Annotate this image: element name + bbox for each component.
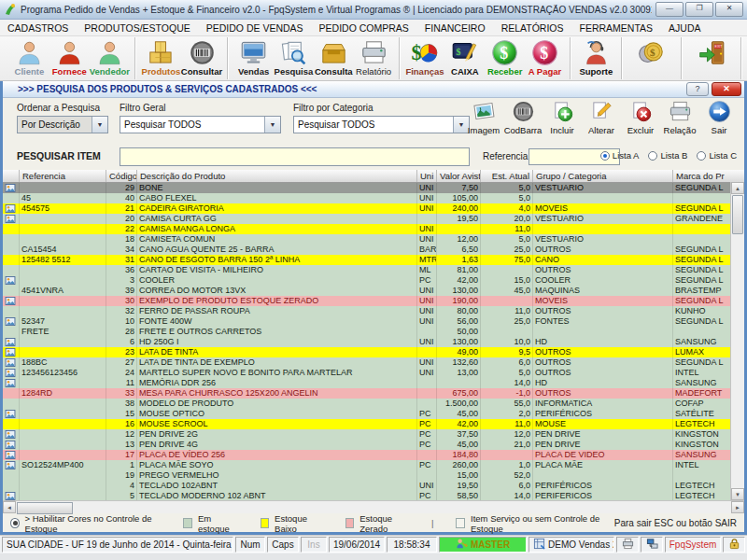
table-row-pen-drive-4g[interactable]: 13PEN DRIVE 4GPC45,0021,0PEN DRIVEKINGST…: [3, 440, 744, 450]
search-item-input[interactable]: [120, 147, 470, 166]
table-row-hd-250g-i[interactable]: 6HD 250G IUNI130,0010,0HDSANSUNG: [3, 337, 744, 347]
vertical-scroll-thumb[interactable]: [732, 195, 743, 234]
toolbar-button-vendas[interactable]: Vendas: [233, 36, 274, 80]
table-row-fonte-400w[interactable]: 5234710FONTE 400WUNI56,0025,0FONTESSEGUN…: [3, 316, 744, 327]
codbarra-button[interactable]: CodBarra: [503, 100, 543, 135]
table-row-mesa-para-churrasco-125x200-angelin[interactable]: 1284RD33MESA PARA CHURRASCO 125X200 ANGE…: [3, 388, 744, 399]
table-row-correa-do-motor-13vx[interactable]: 4541VNRA39CORREA DO MOTOR 13VXUNI130,004…: [3, 286, 744, 296]
minimize-button[interactable]: —: [655, 2, 684, 17]
table-row-lata-de-tinta-de-exemplo[interactable]: 188BC27LATA DE TINTA DE EXEMPLOUNI132,60…: [3, 357, 744, 368]
table-row-cano-agua-quente-25-barra[interactable]: CA1545434CANO AGUA QUENTE 25 - BARRABAR6…: [3, 245, 744, 255]
column-header-grupo-categoria[interactable]: Grupo / Categoria: [533, 170, 673, 182]
alterar-button[interactable]: Alterar: [582, 100, 621, 135]
table-row-cabo-flexel[interactable]: 4540CABO FLEXELUNI105,005,0: [3, 193, 744, 203]
toolbar-button-pesquisa[interactable]: Pesquisa: [274, 36, 314, 80]
enable-colors-checkbox[interactable]: [10, 518, 20, 528]
table-row-lata-de-tinta[interactable]: 23LATA DE TINTA49,009,5OUTROSLUMAX: [3, 347, 744, 357]
horizontal-scrollbar[interactable]: ◄ ►: [3, 500, 744, 513]
cell-ref: [20, 409, 106, 419]
cell-desc: MOUSE SCROOL: [137, 419, 417, 429]
toolbar-button-coins-icon[interactable]: $: [627, 36, 676, 80]
table-row-frete-e-outros-carretos[interactable]: FRETE28FRETE E OUTROS CARRETOS50,00: [3, 327, 744, 337]
radio-lista-b[interactable]: Lista B: [648, 150, 687, 161]
table-row-camiseta-comun[interactable]: 18CAMISETA COMUNUNI12,005,0VESTUARIO: [3, 234, 744, 245]
toolbar-button-fornece[interactable]: Fornece: [49, 36, 90, 80]
table-row-mouse-optico[interactable]: 15MOUSE OPTICOPC45,002,0PERIFÉRICOSSATÉL…: [3, 409, 744, 419]
vertical-scrollbar[interactable]: ▲ ▼: [730, 182, 744, 500]
table-row-cartao-de-visita-milheiro[interactable]: 36CARTAO DE VISITA - MILHEIROML81,00OUTR…: [3, 265, 744, 275]
toolbar-button-vendedor[interactable]: Vendedor: [90, 36, 130, 80]
scroll-down-icon[interactable]: ▼: [731, 488, 744, 500]
radio-lista-a[interactable]: Lista A: [600, 150, 640, 161]
radio-dot[interactable]: [697, 151, 706, 161]
table-row-pen-drive-2g[interactable]: 12PEN DRIVE 2GPC37,5012,0PEN DRIVEKINGST…: [3, 429, 744, 440]
toolbar-button-caixa[interactable]: $CAIXA: [444, 36, 485, 80]
panel-close-button[interactable]: ✕: [712, 82, 741, 96]
column-header-referencia[interactable]: Referencia: [20, 170, 106, 182]
table-row-ferro-de-passar-roupa[interactable]: 32FERRO DE PASSAR ROUPAUNI80,0011,0OUTRO…: [3, 306, 744, 316]
table-row-bone[interactable]: 29BONEUNI7,505,0VESTUARIOSEGUNDA L: [3, 183, 744, 193]
toolbar-button-relat-rio[interactable]: Relatório: [354, 36, 394, 80]
toolbar-button-suporte[interactable]: Suporte: [576, 36, 616, 80]
menu-pedido-compras[interactable]: PEDIDO COMPRAS: [319, 22, 409, 34]
toolbar-button-consulta[interactable]: Consulta: [314, 36, 354, 80]
table-row-cadeira-giratoria[interactable]: 45457521CADEIRA GIRATORIAUNI240,004,0MOV…: [3, 203, 744, 214]
toolbar-button-consultar[interactable]: Consultar: [181, 36, 222, 80]
menu-relat-rios[interactable]: RELATÓRIOS: [501, 22, 564, 34]
column-header-est-atual[interactable]: Est. Atual: [481, 170, 533, 182]
table-row-martelo-super-novo-e-bonito-para-martelar[interactable]: 12345612345624MARTELO SUPER NOVO E BONIT…: [3, 368, 744, 378]
status-network: [641, 537, 663, 553]
table-row-modelo-de-produto[interactable]: 38MODELO DE PRODUTO1.500,0055,0INFORMATI…: [3, 399, 744, 409]
radio-dot[interactable]: [648, 151, 657, 161]
table-row-camisa-manga-longa[interactable]: 22CAMISA MANGA LONGAUNI11,0: [3, 224, 744, 234]
menu-cadastros[interactable]: CADASTROS: [7, 22, 68, 34]
category-filter-select[interactable]: Pesquisar TODOS ▼: [293, 116, 470, 133]
close-button[interactable]: ✕: [715, 2, 743, 17]
column-header-icon[interactable]: [3, 170, 20, 182]
horizontal-scroll-thumb[interactable]: [17, 502, 73, 514]
table-row-prego-vermelho[interactable]: 19PREGO VERMELHO15,0052,0: [3, 470, 744, 481]
chevron-down-icon: ▼: [92, 117, 107, 133]
menu-produtos-estoque[interactable]: PRODUTOS/ESTOQUE: [84, 22, 190, 34]
column-header-marca[interactable]: Marca do Pr: [673, 170, 730, 182]
toolbar-button-receber[interactable]: $Receber: [485, 36, 525, 80]
menu-financeiro[interactable]: FINANCEIRO: [425, 22, 486, 34]
scroll-up-icon[interactable]: ▲: [731, 182, 744, 194]
rela-o-button[interactable]: Relação: [660, 100, 699, 135]
menu-ajuda[interactable]: AJUDA: [669, 22, 700, 34]
menu-ferramentas[interactable]: FERRAMENTAS: [580, 22, 654, 34]
sair-button[interactable]: Sair: [699, 100, 739, 135]
toolbar-button-finan-as[interactable]: $Finanças: [405, 36, 445, 80]
excluir-button[interactable]: Excluir: [621, 100, 660, 135]
table-row-placa-m-e-soyo[interactable]: SO12524MP4001PLACA MÃE SOYOPC260,001,0PL…: [3, 460, 744, 470]
column-header-valor-avista[interactable]: Valor Avista: [437, 170, 481, 182]
table-row-mem-ria-ddr-256[interactable]: 11MEMÓRIA DDR 25614,0HDSANSUNG: [3, 378, 744, 388]
toolbar-button-produtos[interactable]: Produtos: [141, 36, 181, 80]
table-row-mouse-scrool[interactable]: 16MOUSE SCROOLPC42,0011,0MOUSELEGTECH: [3, 419, 744, 429]
general-filter-select[interactable]: Pesquisar TODOS ▼: [120, 116, 281, 133]
table-row-cooler[interactable]: 3COOLERPC42,0015,0COOLERSEGUNDA L: [3, 275, 744, 286]
menu-pedido-de-vendas[interactable]: PEDIDO DE VENDAS: [206, 22, 303, 34]
cell-uni: UNI: [417, 183, 437, 193]
cell-grupo: FONTES: [533, 316, 673, 327]
table-row-placa-de-v-deo-256[interactable]: 17PLACA DE VÍDEO 256184,80PLACA DE VIDEO…: [3, 450, 744, 460]
restore-button[interactable]: ❐: [685, 2, 713, 17]
table-row-teclado-102abnt[interactable]: 4TECLADO 102ABNTUNI19,506,0PERIFÉRICOSLE…: [3, 481, 744, 491]
table-row-exemplo-de-produto-estoque-zerado[interactable]: 30EXEMPLO DE PRODUTO ESTOQUE ZERADOUNI19…: [3, 296, 744, 306]
radio-dot[interactable]: [600, 151, 610, 161]
toolbar-button-exit-door-icon[interactable]: EXIT: [687, 36, 736, 80]
scroll-right-icon[interactable]: ►: [731, 501, 744, 513]
order-filter-select[interactable]: Por Descrição ▼: [17, 116, 108, 133]
toolbar-button-a-pagar[interactable]: $A Pagar: [525, 36, 565, 80]
radio-lista-c[interactable]: Lista C: [697, 150, 737, 161]
imagem-button[interactable]: Imagem: [464, 100, 503, 135]
panel-help-button[interactable]: ?: [686, 82, 709, 96]
table-row-camisa-curta-gg[interactable]: 20CAMISA CURTA GG19,5020,0VESTUARIOGRAND…: [3, 214, 744, 224]
table-row-cano-de-esgoto-barra-150-2-linha[interactable]: 125482 551231CANO DE ESGOTO BARRA 150 2ª…: [3, 255, 744, 265]
column-header-codigo[interactable]: Código: [106, 170, 137, 182]
toolbar-button-cliente[interactable]: Cliente: [9, 36, 49, 80]
column-header-descricao[interactable]: Descrição do Produto: [137, 170, 417, 182]
column-header-uni[interactable]: Uni: [417, 170, 437, 182]
scroll-left-icon[interactable]: ◄: [3, 501, 16, 513]
incluir-button[interactable]: Incluir: [543, 100, 582, 135]
